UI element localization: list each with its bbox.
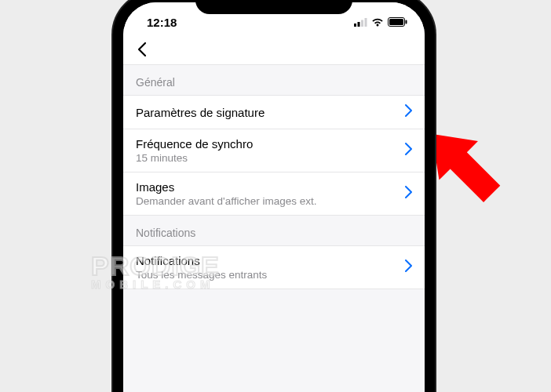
arrow-icon [436,124,538,226]
svg-rect-2 [361,20,363,27]
chevron-right-icon [405,186,412,201]
annotation-arrow [436,124,538,229]
back-button[interactable] [133,40,151,59]
row-signature-settings[interactable]: Paramètres de signature [123,95,425,129]
svg-rect-1 [358,22,360,27]
chevron-right-icon [405,143,412,158]
section-header-notifications: Notifications [123,216,425,245]
row-subtitle: Tous les messages entrants [136,269,267,281]
status-time: 12:18 [147,16,177,29]
wifi-icon [371,16,384,29]
row-title: Fréquence de synchro [136,137,253,151]
row-title: Paramètres de signature [136,106,265,119]
status-icons [354,16,407,29]
svg-rect-3 [365,18,367,27]
svg-marker-7 [436,124,511,213]
row-subtitle: Demander avant d'afficher images ext. [136,195,316,207]
cellular-icon [354,16,367,29]
row-images[interactable]: Images Demander avant d'afficher images … [123,172,425,216]
battery-icon [388,16,407,29]
chevron-right-icon [405,104,412,120]
row-subtitle: 15 minutes [136,152,253,164]
screen: 12:18 Général Paramètres de signat [123,2,425,392]
svg-rect-6 [406,20,407,24]
chevron-right-icon [405,260,412,275]
svg-rect-5 [389,19,403,25]
notch [195,0,352,14]
svg-rect-0 [354,24,356,27]
row-notifications[interactable]: Notifications Tous les messages entrants [123,245,425,289]
row-title: Images [136,180,316,194]
nav-bar [123,34,425,65]
row-title: Notifications [136,254,267,267]
section-header-general: Général [123,65,425,95]
phone-frame: 12:18 Général Paramètres de signat [113,0,435,392]
row-sync-frequency[interactable]: Fréquence de synchro 15 minutes [123,129,425,172]
chevron-left-icon [137,42,148,57]
